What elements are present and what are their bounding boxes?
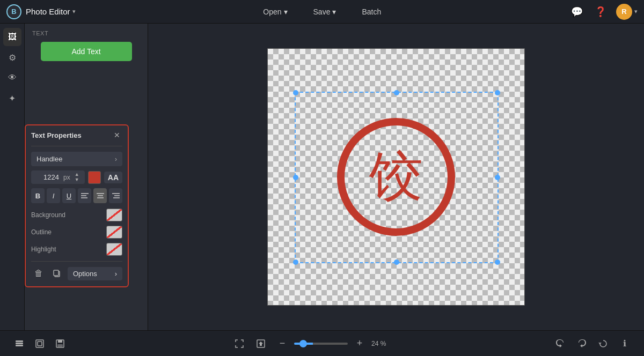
tp-header: Text Properties ✕ <box>31 130 122 140</box>
font-size-input[interactable] <box>31 170 63 184</box>
svg-rect-15 <box>38 342 42 346</box>
expand-icon-button[interactable] <box>252 335 269 352</box>
text-color-swatch[interactable] <box>88 171 101 184</box>
svg-rect-17 <box>58 340 62 343</box>
frame-button[interactable] <box>31 335 48 352</box>
tools-panel: TEXT Add Text Text Properties ✕ Handlee … <box>25 24 148 330</box>
font-size-row: px ▲ ▼ AA <box>31 170 122 184</box>
outline-label: Outline <box>31 228 52 236</box>
layers-button[interactable] <box>11 335 28 352</box>
tp-title: Text Properties <box>31 131 82 139</box>
topbar: B Photo Editor ▾ Open ▾ Save ▾ Batch 💬 ❓… <box>0 0 644 24</box>
canvas-wrapper: 饺 <box>267 48 525 306</box>
add-text-button[interactable]: Add Text <box>41 42 132 61</box>
canvas-background: 饺 <box>267 48 525 306</box>
zoom-in-button[interactable]: + <box>351 335 368 352</box>
user-avatar-group[interactable]: R ▾ <box>616 4 638 20</box>
tp-divider <box>31 146 122 146</box>
sidebar-item-adjustments[interactable]: ⚙ <box>3 48 21 66</box>
svg-rect-14 <box>36 340 43 347</box>
svg-rect-12 <box>16 343 23 344</box>
svg-rect-18 <box>57 344 63 347</box>
font-size-input-wrapper: px ▲ ▼ <box>31 170 85 184</box>
main-area: 🖼 ⚙ 👁 ✦ TEXT Add Text Text Properties ✕ … <box>0 24 644 330</box>
zoom-out-button[interactable]: − <box>274 335 291 352</box>
help-icon-button[interactable]: ❓ <box>592 4 609 20</box>
info-button[interactable]: ℹ <box>616 335 633 352</box>
chat-icon-button[interactable]: 💬 <box>569 4 585 20</box>
bottom-bar: − + 24 % ℹ <box>0 330 644 356</box>
background-label: Background <box>31 211 65 219</box>
save-button[interactable]: Save ▾ <box>309 5 341 18</box>
chinese-graphic: 饺 <box>337 118 455 236</box>
undo-button[interactable] <box>573 335 590 352</box>
avatar[interactable]: R <box>616 4 632 20</box>
font-size-down[interactable]: ▼ <box>75 177 79 183</box>
zoom-percentage: 24 % <box>371 340 390 347</box>
open-button[interactable]: Open ▾ <box>259 5 291 18</box>
bold-button[interactable]: B <box>31 188 45 203</box>
svg-rect-13 <box>16 340 23 342</box>
tools-panel-label: TEXT <box>30 30 142 36</box>
circle-outer: 饺 <box>337 118 455 236</box>
align-center-button[interactable] <box>93 188 107 203</box>
outline-row: Outline <box>31 225 122 240</box>
app-title-chevron: ▾ <box>72 8 76 15</box>
sidebar-item-image[interactable]: 🖼 <box>3 28 21 46</box>
background-swatch[interactable] <box>106 209 122 221</box>
tp-footer: 🗑 Options › <box>31 261 122 281</box>
outline-swatch[interactable] <box>106 226 122 239</box>
canvas-image: 饺 <box>268 49 524 305</box>
avatar-chevron: ▾ <box>634 8 638 15</box>
app-logo[interactable]: B <box>6 4 21 19</box>
app-title-group[interactable]: Photo Editor ▾ <box>26 7 76 16</box>
font-size-arrows: ▲ ▼ <box>72 172 82 183</box>
app-title: Photo Editor <box>26 7 70 16</box>
text-properties-panel: Text Properties ✕ Handlee › px ▲ ▼ <box>25 124 129 287</box>
fit-icon-button[interactable] <box>231 335 248 352</box>
font-name: Handlee <box>36 155 62 163</box>
save-small-button[interactable] <box>52 335 69 352</box>
highlight-swatch[interactable] <box>106 243 122 256</box>
italic-button[interactable]: I <box>47 188 60 203</box>
font-size-unit: px <box>63 174 72 181</box>
svg-rect-11 <box>16 345 23 346</box>
chinese-char: 饺 <box>369 150 423 204</box>
tp-close-button[interactable]: ✕ <box>112 130 122 140</box>
align-left-button[interactable] <box>78 188 91 203</box>
font-chevron: › <box>115 155 117 163</box>
canvas-area[interactable]: 饺 <box>148 24 644 330</box>
sidebar-item-preview[interactable]: 👁 <box>3 69 21 87</box>
zoom-slider-wrapper: − + 24 % <box>274 335 390 352</box>
options-button[interactable]: Options › <box>68 267 122 280</box>
duplicate-icon-button[interactable] <box>49 266 64 281</box>
underline-button[interactable]: U <box>62 188 76 203</box>
bb-right: ℹ <box>552 335 633 352</box>
zoom-slider[interactable] <box>294 343 348 345</box>
font-selector[interactable]: Handlee › <box>31 152 122 166</box>
delete-icon-button[interactable]: 🗑 <box>31 266 46 281</box>
topbar-center: Open ▾ Save ▾ Batch <box>80 5 565 18</box>
highlight-row: Highlight <box>31 242 122 257</box>
rotate-button[interactable] <box>595 335 612 352</box>
redo2-button[interactable] <box>552 335 569 352</box>
background-row: Background <box>31 207 122 222</box>
highlight-label: Highlight <box>31 246 56 253</box>
format-row: B I U <box>31 188 122 203</box>
batch-button[interactable]: Batch <box>357 5 385 18</box>
sidebar-item-effects[interactable]: ✦ <box>3 89 21 107</box>
sidebar: 🖼 ⚙ 👁 ✦ <box>0 24 25 330</box>
svg-rect-10 <box>54 270 58 276</box>
align-right-button[interactable] <box>109 188 122 203</box>
bb-left <box>11 335 69 352</box>
topbar-right: 💬 ❓ R ▾ <box>569 4 638 20</box>
bb-center: − + 24 % <box>73 335 547 352</box>
aa-button[interactable]: AA <box>104 172 122 183</box>
